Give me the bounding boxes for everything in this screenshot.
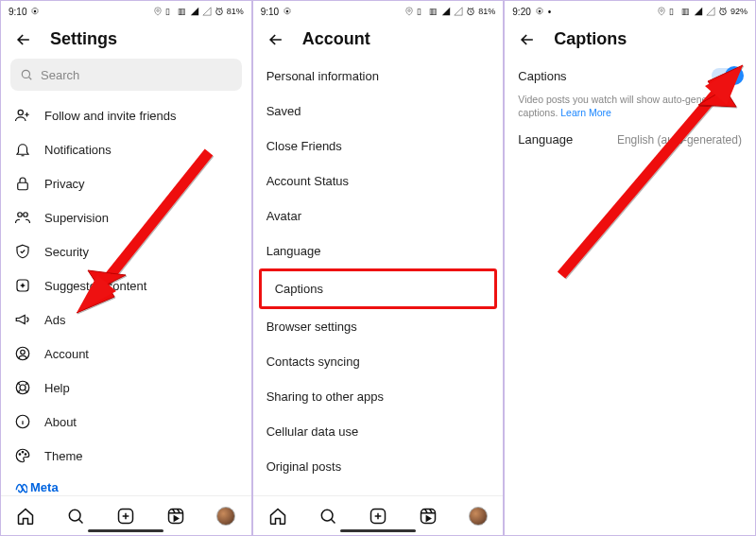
learn-more-link[interactable]: Learn More [560,107,611,118]
nav-search[interactable] [66,507,85,526]
header: Captions [505,20,755,59]
settings-item-theme[interactable]: Theme [1,439,251,473]
status-time: 9:10 [261,7,279,17]
avatar-icon [216,507,235,526]
svg-point-21 [408,9,411,11]
signal-icon-2 [706,7,715,16]
settings-item-privacy[interactable]: Privacy [1,166,251,200]
language-value: English (auto-generated) [617,133,742,147]
status-bar: 9:10 ▯ ▥ 81% [1,1,251,20]
gear-icon [283,7,292,16]
nav-reels[interactable] [419,507,438,526]
nav-home[interactable] [268,507,287,526]
bell-icon [14,141,31,158]
user-circle-icon [14,345,31,362]
nav-home[interactable] [16,507,35,526]
svg-point-15 [22,452,24,454]
alarm-icon [215,7,224,16]
status-bar: 9:20 • ▯ ▥ 92% [505,1,755,20]
settings-item-account[interactable]: Account [1,337,251,371]
svg-point-1 [156,9,159,11]
nav-reels[interactable] [166,507,185,526]
settings-item-suggested[interactable]: Suggested content [1,268,251,303]
status-battery: 81% [227,7,244,16]
sim-icon: ▥ [178,7,187,16]
back-button[interactable] [518,30,537,49]
sim-icon: ▥ [681,7,691,16]
settings-item-supervision[interactable]: Supervision [1,200,251,234]
search-input[interactable]: Search [10,59,242,91]
search-icon [20,68,33,81]
sparkle-icon [14,277,31,294]
screen-settings: 9:10 ▯ ▥ 81% Settings Search [0,0,252,536]
captions-description: Video posts you watch will show auto-gen… [505,93,755,119]
settings-item-about[interactable]: About [1,405,251,439]
nav-search[interactable] [318,507,337,526]
svg-rect-19 [169,509,183,523]
vibrate-icon: ▯ [165,7,175,16]
gesture-bar [340,529,416,532]
account-item-original[interactable]: Original posts [253,449,504,484]
signal-icon-2 [202,7,212,16]
users-icon [14,209,31,226]
account-item-contacts[interactable]: Contacts syncing [253,344,504,379]
account-item-language[interactable]: Language [253,233,504,268]
svg-point-14 [19,454,21,456]
alarm-icon [466,7,475,16]
signal-icon [694,7,703,16]
nav-create[interactable] [369,507,387,526]
settings-list: Follow and invite friends Notifications … [1,98,251,495]
megaphone-icon [14,311,31,328]
back-button[interactable] [14,30,33,49]
meta-logo: Meta [14,480,238,494]
status-bar: 9:10 ▯ ▥ 81% [253,1,504,20]
captions-toggle[interactable] [712,68,742,83]
account-item-personal-info[interactable]: Personal information [253,59,504,94]
svg-point-17 [70,510,81,521]
svg-rect-25 [421,509,435,523]
language-row[interactable]: Language English (auto-generated) [505,119,755,160]
account-list: Personal information Saved Close Friends… [253,59,504,495]
settings-item-follow[interactable]: Follow and invite friends [1,98,251,132]
account-item-captions[interactable]: Captions [259,268,498,309]
account-item-account-status[interactable]: Account Status [253,164,504,199]
nav-create[interactable] [116,507,135,526]
info-icon [14,413,31,430]
account-item-browser[interactable]: Browser settings [253,309,504,344]
signal-icon [190,7,199,16]
lock-icon [14,175,31,192]
svg-point-6 [18,213,23,217]
svg-point-4 [18,110,23,114]
location-icon [404,7,414,16]
svg-point-10 [21,350,26,354]
palette-icon [14,447,31,464]
account-item-avatar[interactable]: Avatar [253,199,504,233]
svg-point-20 [286,10,289,13]
page-title: Account [302,29,370,49]
svg-point-27 [661,9,663,11]
account-item-close-friends[interactable]: Close Friends [253,129,504,164]
alarm-icon [718,7,728,16]
svg-point-7 [24,213,28,217]
settings-item-help[interactable]: Help [1,371,251,405]
svg-point-3 [22,70,29,78]
settings-item-notifications[interactable]: Notifications [1,132,251,166]
user-plus-icon [14,107,31,124]
signal-icon [441,7,451,16]
header: Settings [1,20,251,59]
settings-item-ads[interactable]: Ads [1,303,251,337]
nav-profile[interactable] [469,507,488,526]
settings-item-security[interactable]: Security [1,234,251,268]
lifebuoy-icon [14,379,31,396]
back-button[interactable] [266,30,285,49]
account-item-cellular[interactable]: Cellular data use [253,414,504,449]
toggle-knob [725,66,744,85]
gear-icon [535,7,544,16]
vibrate-icon: ▯ [669,7,679,16]
dot-icon: • [548,7,558,16]
nav-profile[interactable] [216,507,235,526]
account-item-verification[interactable]: Request verification [253,484,504,495]
account-item-sharing[interactable]: Sharing to other apps [253,379,504,414]
account-item-saved[interactable]: Saved [253,94,504,129]
svg-point-12 [20,385,26,390]
